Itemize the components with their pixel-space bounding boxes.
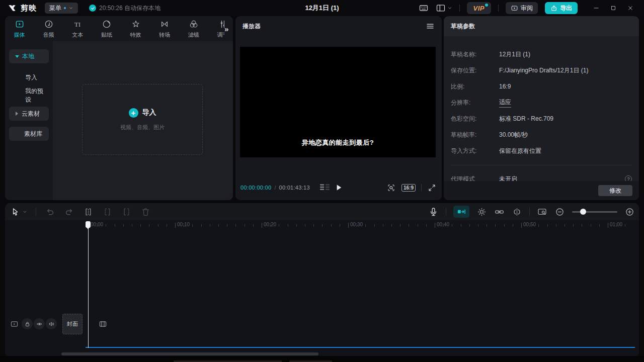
ruler-minor-tick <box>158 224 158 227</box>
timeline-ruler[interactable]: 00:0000:1000:2000:3000:4000:5001:00 <box>5 220 639 231</box>
tab-媒体[interactable]: 媒体 <box>5 16 34 41</box>
ruler-minor-tick <box>591 224 591 227</box>
ruler-minor-tick <box>599 224 600 227</box>
frames-list-icon[interactable] <box>319 183 331 192</box>
menu-button[interactable]: 菜单 <box>45 3 78 14</box>
sidebar-item-本地[interactable]: 本地 <box>9 49 49 63</box>
sidebar-item-云素材[interactable]: 云素材 <box>9 107 49 121</box>
divider <box>421 184 422 191</box>
timeline-panel: 00:0000:1000:2000:3000:4000:5001:00 封面 <box>5 203 639 357</box>
sidebar-item-导入[interactable]: 导入 <box>9 70 49 84</box>
effects-icon <box>131 19 141 29</box>
mute-track-button[interactable] <box>46 318 57 329</box>
ruler-minor-tick <box>192 224 193 227</box>
ruler-major-tick <box>348 223 349 228</box>
menu-label: 菜单 <box>49 4 61 13</box>
record-voiceover-icon[interactable] <box>428 207 439 217</box>
zoom-in-icon[interactable] <box>624 207 635 217</box>
sidebar-item-我的预设[interactable]: 我的预设 <box>9 88 49 103</box>
ruler-minor-tick <box>538 224 539 227</box>
window-controls <box>588 0 639 16</box>
split-icon[interactable] <box>83 207 94 217</box>
import-dropzone[interactable]: + 导入 视频、音频、图片 <box>82 84 203 155</box>
ruler-minor-tick <box>115 224 115 227</box>
draft-panel-body: 草稿名称:12月1日 (1)保存位置:F:/JianyingPro Drafts… <box>444 36 639 181</box>
triangle-right-icon <box>16 112 18 116</box>
film-clip-icon[interactable] <box>99 320 107 328</box>
aspect-ratio-button[interactable]: 16:9 <box>401 184 416 192</box>
text-icon: TI <box>72 19 83 29</box>
redo-icon[interactable] <box>64 207 74 217</box>
shortcut-keyboard-icon[interactable] <box>419 3 429 13</box>
track-baseline <box>86 347 635 348</box>
preview-quality-icon[interactable] <box>386 183 396 193</box>
tab-文本[interactable]: TI文本 <box>63 16 92 41</box>
play-button[interactable] <box>334 183 343 192</box>
autosave-text: 20:50:26 自动保存本地 <box>99 4 160 13</box>
timeline-preview-icon[interactable] <box>537 207 547 217</box>
minimize-button[interactable] <box>588 0 605 16</box>
ruler-minor-tick <box>469 224 470 227</box>
tab-贴纸[interactable]: 贴纸 <box>92 16 121 41</box>
undo-icon[interactable] <box>45 207 55 217</box>
vip-button[interactable]: VIP <box>467 2 491 14</box>
draft-row-value: 保留在原有位置 <box>499 147 541 155</box>
tab-滤镜[interactable]: 滤镜 <box>179 16 208 41</box>
player-panel: 播放器 异地恋真的能走到最后? 00:00:00:00 / 00:01:43:1… <box>235 16 442 200</box>
maximize-button[interactable] <box>605 0 622 16</box>
draft-row-value[interactable]: 适应 <box>499 98 511 108</box>
expand-tabs-button[interactable]: » <box>224 16 233 41</box>
workspace-layout-button[interactable] <box>436 3 452 13</box>
cover-button[interactable]: 封面 <box>62 314 83 334</box>
draft-row-value: 12月1日 (1) <box>499 50 530 59</box>
sidebar-item-素材库[interactable]: 素材库 <box>9 127 49 141</box>
ruler-minor-tick <box>149 224 149 227</box>
lock-icon <box>24 321 31 327</box>
hide-track-button[interactable] <box>34 318 45 329</box>
divider <box>498 5 499 12</box>
divider <box>446 208 446 216</box>
playhead-handle[interactable] <box>86 221 91 228</box>
auto-snap-icon[interactable] <box>476 207 487 217</box>
tab-转场[interactable]: 转场 <box>150 16 179 41</box>
track-header <box>5 317 60 332</box>
link-clips-icon[interactable] <box>494 207 505 217</box>
draft-row-label: 分辨率: <box>451 99 499 107</box>
sidebar-item-label: 本地 <box>22 52 34 61</box>
modify-button[interactable]: 修改 <box>598 185 632 196</box>
draft-row-value: F:/JianyingPro Drafts/12月1日 (1) <box>499 66 588 75</box>
review-button[interactable]: 审阅 <box>506 2 538 14</box>
player-menu-icon[interactable] <box>426 22 435 31</box>
preview-axis-icon[interactable] <box>512 207 522 217</box>
timeline-zoom-slider[interactable] <box>572 211 617 213</box>
fullscreen-icon[interactable] <box>427 183 437 193</box>
sidebar-item-label: 云素材 <box>22 110 40 118</box>
ruler-minor-tick <box>218 224 219 227</box>
ruler-minor-tick <box>400 224 400 227</box>
ruler-minor-tick <box>504 224 505 227</box>
close-button[interactable] <box>622 0 639 16</box>
select-tool-button[interactable] <box>10 207 27 217</box>
player-header: 播放器 <box>235 16 442 36</box>
video-preview[interactable]: 异地恋真的能走到最后? <box>240 47 436 157</box>
ruler-minor-tick <box>227 224 227 227</box>
horizontal-scrollbar[interactable] <box>61 352 318 355</box>
delete-icon[interactable] <box>140 207 151 217</box>
draft-row: 比例:16:9 <box>451 78 632 95</box>
timeline-toolbar-left <box>10 203 151 220</box>
draft-row: 保存位置:F:/JianyingPro Drafts/12月1日 (1) <box>451 62 632 78</box>
main-track-magnet-button[interactable] <box>453 206 469 218</box>
triangle-down-icon <box>15 55 19 58</box>
ruler-minor-tick <box>573 224 574 227</box>
ruler-minor-tick <box>123 224 124 227</box>
split-left-icon[interactable] <box>102 207 113 217</box>
tab-音频[interactable]: 音频 <box>34 16 63 41</box>
ruler-minor-tick <box>132 224 132 227</box>
tab-特效[interactable]: 特效 <box>121 16 150 41</box>
export-label: 导出 <box>560 4 572 13</box>
slider-handle[interactable] <box>580 209 586 215</box>
export-button[interactable]: 导出 <box>545 2 578 14</box>
lock-track-button[interactable] <box>22 318 33 329</box>
split-right-icon[interactable] <box>121 207 132 217</box>
zoom-out-icon[interactable] <box>554 207 565 217</box>
